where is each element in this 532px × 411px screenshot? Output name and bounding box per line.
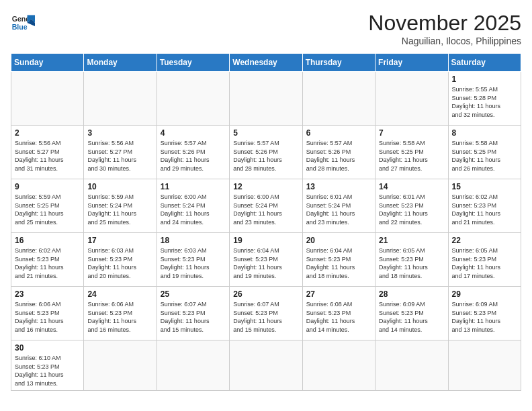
day-number: 17 xyxy=(87,236,152,245)
day-number: 11 xyxy=(161,182,226,191)
day-info: Sunrise: 6:06 AM Sunset: 5:23 PM Dayligh… xyxy=(87,300,152,334)
day-number: 10 xyxy=(87,182,152,191)
day-info: Sunrise: 6:05 AM Sunset: 5:23 PM Dayligh… xyxy=(452,246,517,280)
calendar-cell: 28Sunrise: 6:09 AM Sunset: 5:23 PM Dayli… xyxy=(375,287,448,340)
calendar-cell xyxy=(302,340,375,391)
day-number: 30 xyxy=(15,343,80,353)
calendar-cell xyxy=(84,340,157,391)
day-info: Sunrise: 6:00 AM Sunset: 5:24 PM Dayligh… xyxy=(161,193,226,226)
calendar-cell: 20Sunrise: 6:04 AM Sunset: 5:23 PM Dayli… xyxy=(302,233,375,287)
calendar-week-row: 16Sunrise: 6:02 AM Sunset: 5:23 PM Dayli… xyxy=(11,233,521,287)
calendar-cell xyxy=(157,72,229,126)
day-number: 16 xyxy=(15,236,80,245)
day-info: Sunrise: 5:57 AM Sunset: 5:26 PM Dayligh… xyxy=(233,139,298,173)
day-info: Sunrise: 6:03 AM Sunset: 5:23 PM Dayligh… xyxy=(87,246,152,280)
day-number: 14 xyxy=(379,182,444,191)
day-info: Sunrise: 6:06 AM Sunset: 5:23 PM Dayligh… xyxy=(15,300,80,334)
calendar-cell: 19Sunrise: 6:04 AM Sunset: 5:23 PM Dayli… xyxy=(230,233,302,287)
day-number: 27 xyxy=(306,289,371,299)
calendar-cell: 22Sunrise: 6:05 AM Sunset: 5:23 PM Dayli… xyxy=(448,233,521,287)
weekday-header-sunday: Sunday xyxy=(11,54,84,72)
logo: General Blue xyxy=(11,11,35,35)
day-number: 8 xyxy=(452,128,517,138)
calendar-cell: 8Sunrise: 5:58 AM Sunset: 5:25 PM Daylig… xyxy=(448,126,521,179)
weekday-header-row: SundayMondayTuesdayWednesdayThursdayFrid… xyxy=(11,54,521,72)
day-info: Sunrise: 5:57 AM Sunset: 5:26 PM Dayligh… xyxy=(306,139,371,173)
calendar-cell: 1Sunrise: 5:55 AM Sunset: 5:28 PM Daylig… xyxy=(448,72,521,126)
day-info: Sunrise: 6:02 AM Sunset: 5:23 PM Dayligh… xyxy=(15,246,80,280)
day-info: Sunrise: 5:58 AM Sunset: 5:25 PM Dayligh… xyxy=(379,139,444,173)
calendar-cell: 17Sunrise: 6:03 AM Sunset: 5:23 PM Dayli… xyxy=(84,233,157,287)
calendar-cell: 14Sunrise: 6:01 AM Sunset: 5:23 PM Dayli… xyxy=(375,179,448,233)
day-info: Sunrise: 5:55 AM Sunset: 5:28 PM Dayligh… xyxy=(452,85,517,119)
calendar-week-row: 23Sunrise: 6:06 AM Sunset: 5:23 PM Dayli… xyxy=(11,287,521,340)
calendar-subtitle: Naguilian, Ilocos, Philippines xyxy=(368,36,521,46)
day-number: 3 xyxy=(87,128,152,138)
calendar-cell: 2Sunrise: 5:56 AM Sunset: 5:27 PM Daylig… xyxy=(11,126,84,179)
day-number: 20 xyxy=(306,236,371,245)
title-block: November 2025 Naguilian, Ilocos, Philipp… xyxy=(368,11,521,46)
weekday-header-thursday: Thursday xyxy=(302,54,375,72)
weekday-header-monday: Monday xyxy=(84,54,157,72)
day-number: 2 xyxy=(15,128,80,138)
logo-icon: General Blue xyxy=(11,11,35,35)
day-number: 28 xyxy=(379,289,444,299)
day-number: 24 xyxy=(87,289,152,299)
day-number: 6 xyxy=(306,128,371,138)
day-info: Sunrise: 5:56 AM Sunset: 5:27 PM Dayligh… xyxy=(87,139,152,173)
day-number: 26 xyxy=(233,289,298,299)
calendar-cell xyxy=(448,340,521,391)
day-number: 23 xyxy=(15,289,80,299)
day-info: Sunrise: 6:08 AM Sunset: 5:23 PM Dayligh… xyxy=(306,300,371,334)
day-number: 25 xyxy=(161,289,226,299)
calendar-cell: 24Sunrise: 6:06 AM Sunset: 5:23 PM Dayli… xyxy=(84,287,157,340)
day-info: Sunrise: 5:59 AM Sunset: 5:24 PM Dayligh… xyxy=(87,193,152,226)
calendar-week-row: 1Sunrise: 5:55 AM Sunset: 5:28 PM Daylig… xyxy=(11,72,521,126)
calendar-cell: 30Sunrise: 6:10 AM Sunset: 5:23 PM Dayli… xyxy=(11,340,84,391)
calendar-cell: 3Sunrise: 5:56 AM Sunset: 5:27 PM Daylig… xyxy=(84,126,157,179)
calendar-cell: 6Sunrise: 5:57 AM Sunset: 5:26 PM Daylig… xyxy=(302,126,375,179)
day-info: Sunrise: 6:04 AM Sunset: 5:23 PM Dayligh… xyxy=(306,246,371,280)
calendar-cell: 29Sunrise: 6:09 AM Sunset: 5:23 PM Dayli… xyxy=(448,287,521,340)
day-number: 21 xyxy=(379,236,444,245)
day-number: 15 xyxy=(452,182,517,191)
calendar-cell xyxy=(302,72,375,126)
calendar-cell xyxy=(84,72,157,126)
day-info: Sunrise: 6:09 AM Sunset: 5:23 PM Dayligh… xyxy=(452,300,517,334)
calendar-week-row: 30Sunrise: 6:10 AM Sunset: 5:23 PM Dayli… xyxy=(11,340,521,391)
calendar-cell: 9Sunrise: 5:59 AM Sunset: 5:25 PM Daylig… xyxy=(11,179,84,233)
calendar-cell xyxy=(375,340,448,391)
day-number: 9 xyxy=(15,182,80,191)
day-number: 12 xyxy=(233,182,298,191)
calendar-cell xyxy=(375,72,448,126)
calendar-cell: 26Sunrise: 6:07 AM Sunset: 5:23 PM Dayli… xyxy=(230,287,302,340)
day-info: Sunrise: 6:05 AM Sunset: 5:23 PM Dayligh… xyxy=(379,246,444,280)
day-info: Sunrise: 6:10 AM Sunset: 5:23 PM Dayligh… xyxy=(15,354,80,387)
calendar-cell: 4Sunrise: 5:57 AM Sunset: 5:26 PM Daylig… xyxy=(157,126,229,179)
day-number: 18 xyxy=(161,236,226,245)
header: General Blue November 2025 Naguilian, Il… xyxy=(11,11,521,46)
day-info: Sunrise: 6:04 AM Sunset: 5:23 PM Dayligh… xyxy=(233,246,298,280)
calendar-cell: 18Sunrise: 6:03 AM Sunset: 5:23 PM Dayli… xyxy=(157,233,229,287)
calendar-cell xyxy=(157,340,229,391)
calendar-cell: 23Sunrise: 6:06 AM Sunset: 5:23 PM Dayli… xyxy=(11,287,84,340)
calendar-cell xyxy=(11,72,84,126)
day-number: 1 xyxy=(452,75,517,84)
calendar-cell xyxy=(230,340,302,391)
calendar-table: SundayMondayTuesdayWednesdayThursdayFrid… xyxy=(11,53,521,391)
day-info: Sunrise: 5:56 AM Sunset: 5:27 PM Dayligh… xyxy=(15,139,80,173)
day-number: 13 xyxy=(306,182,371,191)
day-number: 5 xyxy=(233,128,298,138)
calendar-cell xyxy=(230,72,302,126)
day-info: Sunrise: 6:02 AM Sunset: 5:23 PM Dayligh… xyxy=(452,193,517,226)
day-info: Sunrise: 6:03 AM Sunset: 5:23 PM Dayligh… xyxy=(161,246,226,280)
day-info: Sunrise: 5:57 AM Sunset: 5:26 PM Dayligh… xyxy=(161,139,226,173)
day-info: Sunrise: 5:59 AM Sunset: 5:25 PM Dayligh… xyxy=(15,193,80,226)
calendar-cell: 15Sunrise: 6:02 AM Sunset: 5:23 PM Dayli… xyxy=(448,179,521,233)
weekday-header-friday: Friday xyxy=(375,54,448,72)
calendar-cell: 27Sunrise: 6:08 AM Sunset: 5:23 PM Dayli… xyxy=(302,287,375,340)
day-number: 29 xyxy=(452,289,517,299)
calendar-cell: 16Sunrise: 6:02 AM Sunset: 5:23 PM Dayli… xyxy=(11,233,84,287)
day-info: Sunrise: 6:07 AM Sunset: 5:23 PM Dayligh… xyxy=(161,300,226,334)
day-info: Sunrise: 5:58 AM Sunset: 5:25 PM Dayligh… xyxy=(452,139,517,173)
